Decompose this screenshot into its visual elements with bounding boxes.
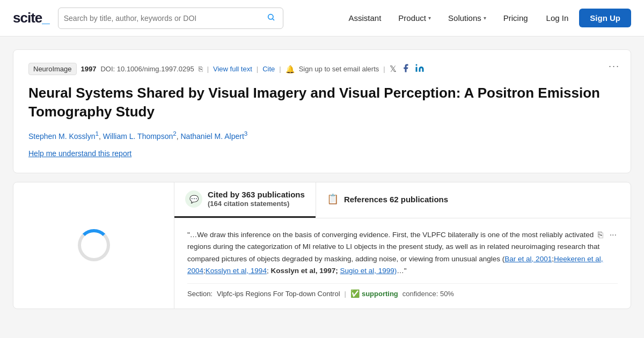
social-icons: 𝕏 [390,63,425,75]
nav-item-product[interactable]: Product ▾ [391,9,438,27]
signup-button[interactable]: Sign Up [579,9,631,27]
paper-meta: NeuroImage 1997 DOI: 10.1006/nimg.1997.0… [28,63,616,75]
svg-point-2 [415,64,417,65]
search-input[interactable] [64,14,265,23]
view-full-text-link[interactable]: View full text [213,65,252,73]
nav-label-pricing: Pricing [503,13,528,23]
nav-item-assistant[interactable]: Assistant [341,9,389,27]
bell-icon: 🔔 [286,65,295,74]
section-label: Section: [187,290,213,298]
cite-link[interactable]: Cite [262,65,275,73]
paper-card: ··· NeuroImage 1997 DOI: 10.1006/nimg.19… [13,49,631,173]
nav-label-product: Product [398,13,426,23]
cite-bold-ref[interactable]: Kosslyn et al, 1997; [270,267,338,275]
facebook-icon[interactable] [401,63,411,75]
search-button[interactable] [265,13,277,24]
quote-actions: ⎘ ··· [597,229,618,241]
journal-badge: NeuroImage [28,63,77,75]
chevron-down-icon: ▾ [484,15,486,21]
loading-spinner [78,229,110,261]
citation-quote-area: ⎘ ··· "…We draw this inference on the ba… [174,218,631,308]
quote-section: Section: Vlpfc-ips Regions For Top-down … [187,283,618,298]
quote-text: "…We draw this inference on the basis of… [187,229,618,277]
svg-line-1 [273,19,274,20]
author-link-2[interactable]: William L. Thompson2 [103,132,177,141]
quote-card: ⎘ ··· "…We draw this inference on the ba… [187,229,618,298]
supporting-label: supporting [362,290,398,298]
cite-ref-4[interactable]: Sugio et al, 1999) [340,267,397,275]
citation-bubble-icon: 💬 [185,190,202,208]
login-button[interactable]: Log In [538,9,577,27]
citation-statements-count: (164 citation statements) [208,199,305,209]
cited-by-count: Cited by 363 publications [208,190,305,199]
citations-right-panel: 💬 Cited by 363 publications (164 citatio… [174,182,631,308]
help-link[interactable]: Help me understand this report [28,149,131,158]
citations-section: 💬 Cited by 363 publications (164 citatio… [13,182,631,309]
more-quote-button[interactable]: ··· [609,229,618,241]
cite-ref-3[interactable]: Kosslyn et al, 1994 [206,267,267,275]
nav-item-solutions[interactable]: Solutions ▾ [441,9,494,27]
logo: scite_ [13,10,49,26]
twitter-icon[interactable]: 𝕏 [390,64,397,74]
section-value: Vlpfc-ips Regions For Top-down Control [217,290,340,298]
references-icon: 📋 [327,193,339,205]
nav-label-solutions: Solutions [448,13,481,23]
citations-left-panel [13,182,174,308]
more-options-button[interactable]: ··· [609,61,620,72]
author-link-3[interactable]: Nathaniel M. Alpert3 [181,132,248,141]
tab-references[interactable]: 📋 References 62 publications [316,182,459,218]
nav-item-pricing[interactable]: Pricing [496,9,536,27]
search-bar [58,8,283,29]
tab-cited-by[interactable]: 💬 Cited by 363 publications (164 citatio… [174,182,316,218]
paper-doi: DOI: 10.1006/nimg.1997.0295 [100,65,194,73]
check-circle-icon: ✅ [350,289,360,298]
linkedin-icon[interactable] [415,63,425,75]
chevron-down-icon: ▾ [428,15,431,21]
references-label: References 62 publications [344,195,448,204]
nav-label-assistant: Assistant [348,13,381,23]
supporting-badge: ✅ supporting [350,289,398,298]
paper-title: Neural Systems Shared by Visual Imagery … [28,84,616,121]
citations-tabs: 💬 Cited by 363 publications (164 citatio… [174,182,631,218]
header: scite_ Assistant Product ▾ Solutions ▾ P… [0,0,644,36]
alert-text: Sign up to set email alerts [299,65,379,73]
cite-ref-1[interactable]: Bar et al, 2001 [504,255,552,263]
main-nav: Assistant Product ▾ Solutions ▾ Pricing … [341,9,631,27]
svg-point-0 [268,14,273,19]
paper-authors: Stephen M. Kosslyn1, William L. Thompson… [28,130,616,141]
paper-year: 1997 [81,65,97,73]
copy-icon[interactable]: ⎘ [199,65,203,73]
author-link-1[interactable]: Stephen M. Kosslyn1 [28,132,99,141]
confidence-label: confidence: 50% [402,290,454,298]
main-content: ··· NeuroImage 1997 DOI: 10.1006/nimg.19… [0,36,644,309]
copy-quote-button[interactable]: ⎘ [597,229,604,241]
